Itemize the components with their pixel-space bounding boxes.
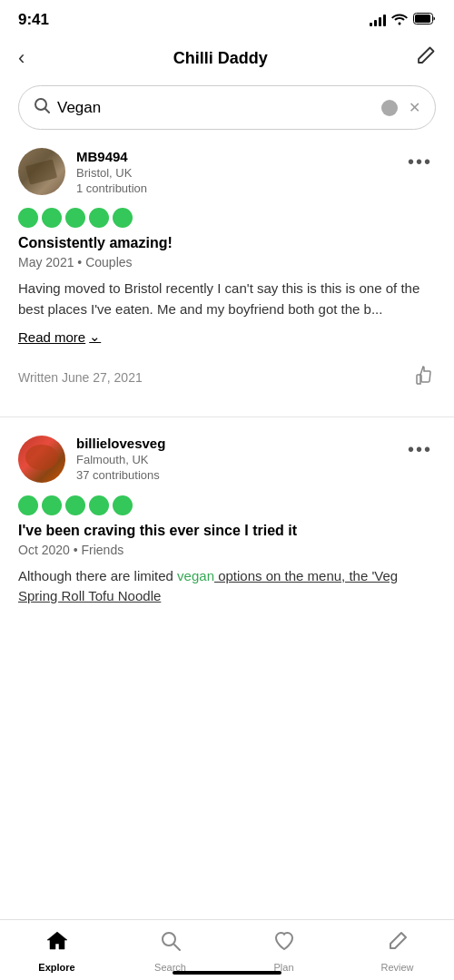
review-meta-2: Oct 2020 • Friends — [18, 543, 436, 557]
rating-dot — [42, 208, 62, 228]
back-button[interactable]: ‹ — [18, 46, 25, 70]
review-title-2: I've been craving this ever since I trie… — [18, 523, 436, 539]
rating-dot — [89, 208, 109, 228]
reviewer-row: MB9494 Bristol, UK 1 contribution ••• — [18, 148, 436, 195]
signal-icon — [370, 14, 386, 26]
reviewer-row-2: billielovesveg Falmouth, UK 37 contribut… — [18, 436, 436, 483]
review-card-2: billielovesveg Falmouth, UK 37 contribut… — [0, 436, 454, 634]
status-time: 9:41 — [18, 11, 49, 29]
status-bar: 9:41 — [0, 0, 454, 36]
search-bar-container: ✕ — [0, 85, 454, 148]
reviewer-details: MB9494 Bristol, UK 1 contribution — [76, 149, 147, 195]
read-more-button[interactable]: Read more ⌄ — [18, 328, 101, 345]
review-text-2: Although there are limited vegan options… — [18, 566, 436, 607]
reviewer-location: Bristol, UK — [76, 166, 147, 180]
reviewer-details-2: billielovesveg Falmouth, UK 37 contribut… — [76, 436, 165, 482]
svg-point-3 — [163, 933, 175, 946]
reviewer-name: MB9494 — [76, 149, 147, 164]
search-bar[interactable]: ✕ — [18, 85, 436, 130]
rating-dot — [42, 495, 62, 515]
review-meta: May 2021 • Couples — [18, 255, 436, 270]
search-icon — [34, 97, 50, 118]
reviewer-name-2: billielovesveg — [76, 436, 165, 451]
page-title: Chilli Daddy — [173, 49, 268, 68]
nav-search-icon — [159, 929, 183, 958]
home-indicator — [173, 971, 281, 975]
reviewer-info-2: billielovesveg Falmouth, UK 37 contribut… — [18, 436, 165, 483]
review-footer: Written June 27, 2021 — [18, 360, 436, 391]
clear-search-button[interactable]: ✕ — [409, 99, 420, 116]
review-card: MB9494 Bristol, UK 1 contribution ••• Co… — [0, 148, 454, 409]
read-more-label: Read more — [18, 329, 85, 345]
review-icon — [386, 929, 410, 958]
explore-icon — [45, 929, 69, 958]
reviewer-contributions-2: 37 contributions — [76, 468, 165, 482]
rating-dot — [18, 208, 38, 228]
nav-label-explore: Explore — [38, 962, 74, 973]
review-text: Having moved to Bristol recently I can't… — [18, 279, 436, 319]
wifi-icon — [391, 13, 408, 28]
rating-dot — [113, 495, 133, 515]
plan-icon — [272, 929, 296, 958]
more-options-button-2[interactable]: ••• — [404, 436, 436, 464]
rating-dots-2 — [18, 495, 436, 515]
edit-button[interactable] — [416, 45, 436, 71]
rating-dot — [65, 495, 85, 515]
battery-icon — [413, 13, 436, 27]
rating-dot — [65, 208, 85, 228]
review-title: Consistently amazing! — [18, 235, 436, 251]
reviewer-location-2: Falmouth, UK — [76, 453, 165, 466]
review-text-highlight: vegan — [177, 568, 214, 583]
avatar-2 — [18, 436, 65, 483]
status-icons — [370, 13, 436, 28]
page-header: ‹ Chilli Daddy — [0, 36, 454, 85]
reviewer-contributions: 1 contribution — [76, 181, 147, 195]
review-date: Written June 27, 2021 — [18, 370, 143, 385]
search-input[interactable] — [57, 99, 374, 117]
rating-dot — [89, 495, 109, 515]
thumbs-up-button[interactable] — [414, 364, 436, 391]
reviewer-info: MB9494 Bristol, UK 1 contribution — [18, 148, 147, 195]
avatar — [18, 148, 65, 195]
rating-dot — [18, 495, 38, 515]
more-options-button[interactable]: ••• — [404, 148, 436, 176]
text-cursor — [381, 100, 398, 116]
review-divider — [0, 416, 454, 417]
nav-label-review: Review — [380, 962, 413, 973]
nav-item-explore[interactable]: Explore — [0, 929, 114, 980]
nav-item-review[interactable]: Review — [340, 929, 454, 980]
chevron-down-icon: ⌄ — [89, 328, 101, 345]
rating-dot — [113, 208, 133, 228]
svg-rect-1 — [415, 15, 430, 23]
review-text-prefix: Although there are limited — [18, 568, 177, 583]
svg-point-2 — [35, 99, 46, 110]
rating-dots — [18, 208, 436, 228]
